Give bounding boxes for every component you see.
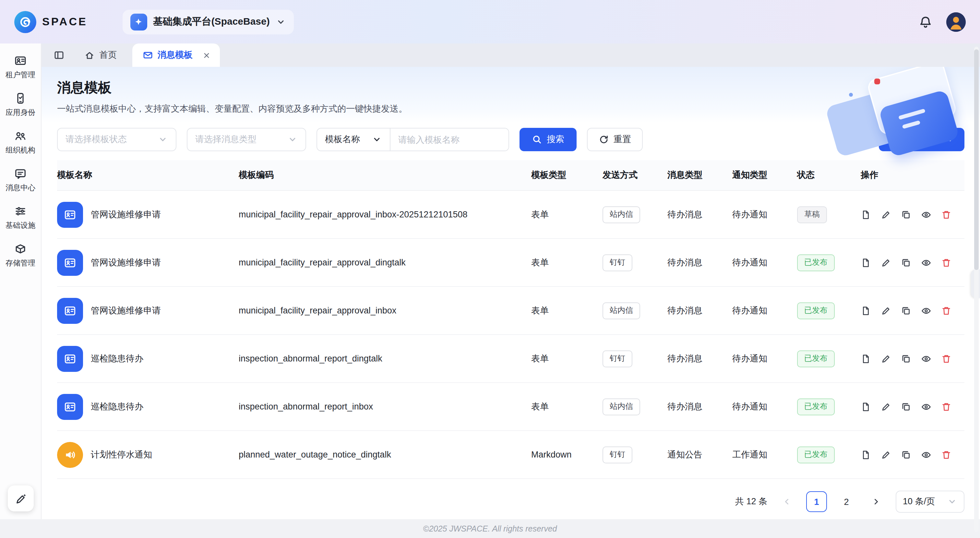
preview-icon[interactable] <box>921 449 931 460</box>
tab-label: 消息模板 <box>158 49 192 61</box>
notice-type: 工作通知 <box>732 449 797 460</box>
app-selector[interactable]: 基础集成平台(SpaceBase) <box>123 10 294 34</box>
edit-icon[interactable] <box>881 209 891 220</box>
sidebar-item-tenant[interactable]: 租户管理 <box>2 49 39 86</box>
notification-bell-icon[interactable] <box>919 15 932 28</box>
app-name: 基础集成平台(SpaceBase) <box>153 16 270 28</box>
preview-icon[interactable] <box>921 209 931 220</box>
form-template-icon <box>57 346 83 372</box>
column-header-notice-type: 通知类型 <box>732 169 797 181</box>
tab-message-template[interactable]: 消息模板 <box>132 43 220 67</box>
delete-icon[interactable] <box>941 401 951 412</box>
copy-icon[interactable] <box>901 305 911 316</box>
template-code: municipal_facility_repair_approval_inbox <box>239 306 531 315</box>
edit-icon[interactable] <box>881 449 891 460</box>
detail-icon[interactable] <box>861 353 871 364</box>
search-button[interactable]: 搜索 <box>520 128 577 151</box>
column-header-status: 状态 <box>797 169 861 181</box>
sidebar-item-organization[interactable]: 组织机构 <box>2 124 39 161</box>
column-header-type: 模板类型 <box>531 169 603 181</box>
send-method-tag: 站内信 <box>603 398 640 415</box>
viewport: SPACE 基础集成平台(SpaceBase) 租户管理 应用身份 组织机构 <box>0 0 980 538</box>
scrollbar-thumb[interactable] <box>974 49 979 270</box>
chevron-down-icon <box>287 134 298 145</box>
reset-button[interactable]: 重置 <box>587 128 643 151</box>
detail-icon[interactable] <box>861 401 871 412</box>
prev-page-button[interactable] <box>776 491 797 512</box>
copy-icon[interactable] <box>901 209 911 220</box>
page-1-button[interactable]: 1 <box>806 491 827 512</box>
sidebar-item-infrastructure[interactable]: 基础设施 <box>2 199 39 237</box>
edit-icon[interactable] <box>881 305 891 316</box>
pagination: 共 12 条 1 2 10 条/页 <box>41 479 980 519</box>
column-header-message-type: 消息类型 <box>667 169 732 181</box>
detail-icon[interactable] <box>861 257 871 268</box>
detail-icon[interactable] <box>861 305 871 316</box>
sidebar-item-storage[interactable]: 存储管理 <box>2 237 39 275</box>
scrollbar[interactable] <box>974 47 979 532</box>
edit-icon[interactable] <box>881 353 891 364</box>
edit-icon[interactable] <box>881 401 891 412</box>
copy-icon[interactable] <box>901 401 911 412</box>
template-name-filter: 模板名称 <box>317 128 509 151</box>
search-icon <box>532 134 542 145</box>
chevron-down-icon <box>945 134 955 145</box>
page-banner: 消息模板 一站式消息模板中心，支持富文本编辑、变量配置、内容预览及多种方式的一键… <box>41 67 980 123</box>
notice-type: 待办通知 <box>732 353 797 364</box>
content-panel: 消息模板 一站式消息模板中心，支持富文本编辑、变量配置、内容预览及多种方式的一键… <box>41 67 980 519</box>
table-row: 管网设施维修申请 municipal_facility_repair_appro… <box>57 239 964 287</box>
notice-type: 待办通知 <box>732 209 797 220</box>
page-size-select[interactable]: 10 条/页 <box>896 491 964 513</box>
tab-label: 首页 <box>99 49 117 61</box>
add-template-button[interactable]: 新增消息模板 <box>879 128 964 151</box>
filter-field-select[interactable]: 模板名称 <box>317 128 390 150</box>
status-badge: 已发布 <box>797 350 835 367</box>
announcement-template-icon <box>57 442 83 468</box>
template-table: 模板名称 模板编码 模板类型 发送方式 消息类型 通知类型 状态 操作 管网设施 <box>41 160 980 479</box>
delete-icon[interactable] <box>941 209 951 220</box>
preview-icon[interactable] <box>921 353 931 364</box>
detail-icon[interactable] <box>861 449 871 460</box>
column-header-name: 模板名称 <box>57 169 239 181</box>
user-avatar[interactable] <box>946 12 966 32</box>
table-row: 管网设施维修申请 municipal_facility_repair_appro… <box>57 191 964 239</box>
app-icon <box>130 13 147 30</box>
send-method-tag: 钉钉 <box>603 254 632 271</box>
message-type-placeholder: 请选择消息类型 <box>195 134 256 145</box>
sidebar: 租户管理 应用身份 组织机构 消息中心 基础设施 存储管理 <box>0 43 41 519</box>
notice-type: 待办通知 <box>732 257 797 268</box>
delete-icon[interactable] <box>941 353 951 364</box>
notice-type: 待办通知 <box>732 305 797 316</box>
mail-icon <box>143 50 153 61</box>
edit-icon[interactable] <box>881 257 891 268</box>
close-tab-icon[interactable] <box>202 51 211 59</box>
detail-icon[interactable] <box>861 209 871 220</box>
template-name: 管网设施维修申请 <box>91 209 161 220</box>
organization-icon <box>14 130 27 142</box>
sidebar-item-app-identity[interactable]: 应用身份 <box>2 86 39 124</box>
delete-icon[interactable] <box>941 305 951 316</box>
delete-icon[interactable] <box>941 257 951 268</box>
preview-icon[interactable] <box>921 305 931 316</box>
message-type-select[interactable]: 请选择消息类型 <box>187 128 306 151</box>
copy-icon[interactable] <box>901 353 911 364</box>
send-method-tag: 站内信 <box>603 302 640 319</box>
sidebar-item-label: 存储管理 <box>5 258 35 268</box>
sidebar-toggle-icon[interactable] <box>49 45 69 65</box>
template-name-input[interactable] <box>390 128 509 150</box>
preview-icon[interactable] <box>921 401 931 412</box>
page-2-button[interactable]: 2 <box>836 491 857 512</box>
template-status-select[interactable]: 请选择模板状态 <box>57 128 177 151</box>
sidebar-item-message-center[interactable]: 消息中心 <box>2 161 39 199</box>
quick-edit-button[interactable] <box>8 485 34 511</box>
copy-icon[interactable] <box>901 257 911 268</box>
template-code: municipal_facility_repair_approval_inbox… <box>239 210 531 219</box>
copy-icon[interactable] <box>901 449 911 460</box>
sidebar-item-label: 租户管理 <box>5 70 35 80</box>
tab-home[interactable]: 首页 <box>73 43 129 67</box>
template-name: 巡检隐患待办 <box>91 401 143 412</box>
pen-icon <box>14 492 27 504</box>
delete-icon[interactable] <box>941 449 951 460</box>
next-page-button[interactable] <box>866 491 887 512</box>
preview-icon[interactable] <box>921 257 931 268</box>
